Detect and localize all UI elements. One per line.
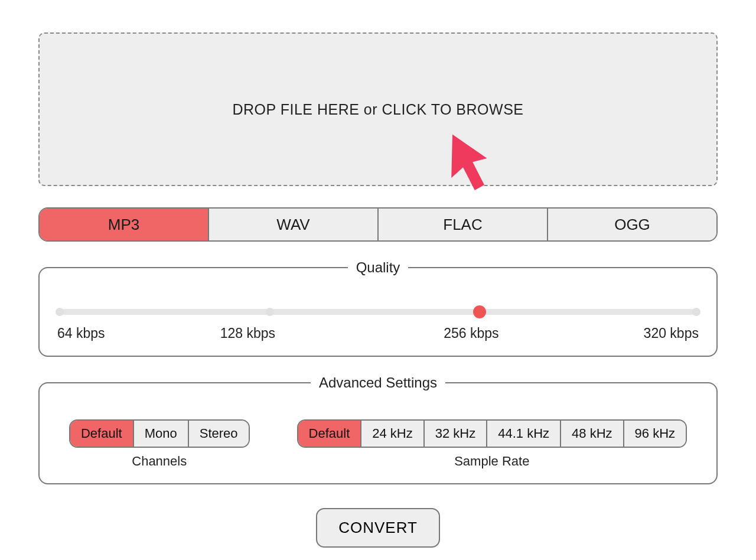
channels-option-default[interactable]: Default [70, 421, 134, 447]
format-tab-mp3[interactable]: MP3 [40, 209, 209, 240]
sample-rate-option-24[interactable]: 24 kHz [361, 421, 424, 447]
seg-label: Stereo [200, 426, 238, 441]
quality-slider-track [60, 309, 696, 315]
sample-rate-group: Default 24 kHz 32 kHz 44.1 kHz 48 kHz 96… [297, 419, 687, 469]
seg-label: 24 kHz [372, 426, 412, 441]
format-tab-label: MP3 [108, 216, 139, 234]
channels-group: Default Mono Stereo Channels [69, 419, 250, 469]
sample-rate-option-48[interactable]: 48 kHz [561, 421, 624, 447]
quality-stop-0 [56, 308, 64, 316]
seg-label: Default [81, 426, 122, 441]
quality-stop-1 [266, 308, 274, 316]
format-tab-wav[interactable]: WAV [209, 209, 379, 240]
seg-label: Mono [145, 426, 177, 441]
format-tab-flac[interactable]: FLAC [379, 209, 548, 240]
advanced-legend: Advanced Settings [311, 375, 445, 391]
channels-caption: Channels [69, 454, 250, 469]
seg-label: 32 kHz [435, 426, 475, 441]
dropzone-label: DROP FILE HERE or CLICK TO BROWSE [232, 101, 523, 118]
quality-legend: Quality [348, 259, 409, 276]
cursor-arrow-icon [447, 128, 500, 199]
format-tab-label: OGG [614, 216, 650, 234]
quality-panel: Quality 64 kbps 128 kbps 256 kbps 320 kb… [38, 259, 718, 357]
file-dropzone[interactable]: DROP FILE HERE or CLICK TO BROWSE [38, 32, 718, 186]
channels-option-stereo[interactable]: Stereo [189, 421, 249, 447]
seg-label: 96 kHz [635, 426, 675, 441]
quality-slider[interactable]: 64 kbps 128 kbps 256 kbps 320 kbps [57, 294, 699, 341]
quality-label-2: 256 kbps [444, 325, 498, 341]
seg-label: Default [309, 426, 350, 441]
sample-rate-option-32[interactable]: 32 kHz [425, 421, 487, 447]
format-tab-ogg[interactable]: OGG [548, 209, 716, 240]
quality-stop-3 [692, 308, 700, 316]
sample-rate-caption: Sample Rate [297, 454, 687, 469]
quality-labels: 64 kbps 128 kbps 256 kbps 320 kbps [57, 325, 699, 341]
convert-button[interactable]: CONVERT [316, 508, 440, 548]
quality-label-3: 320 kbps [644, 325, 699, 341]
convert-button-label: CONVERT [338, 519, 418, 536]
sample-rate-selector: Default 24 kHz 32 kHz 44.1 kHz 48 kHz 96… [297, 419, 687, 448]
format-tab-label: WAV [276, 216, 309, 234]
quality-label-0: 64 kbps [57, 325, 105, 341]
seg-label: 48 kHz [572, 426, 612, 441]
advanced-panel: Advanced Settings Default Mono Stereo Ch… [38, 375, 718, 484]
channels-selector: Default Mono Stereo [69, 419, 250, 448]
sample-rate-option-441[interactable]: 44.1 kHz [487, 421, 561, 447]
sample-rate-option-96[interactable]: 96 kHz [624, 421, 686, 447]
format-selector: MP3 WAV FLAC OGG [38, 207, 718, 242]
seg-label: 44.1 kHz [498, 426, 549, 441]
quality-label-1: 128 kbps [220, 325, 275, 341]
sample-rate-option-default[interactable]: Default [298, 421, 362, 447]
channels-option-mono[interactable]: Mono [134, 421, 189, 447]
format-tab-label: FLAC [443, 216, 482, 234]
quality-slider-thumb[interactable] [473, 305, 486, 318]
